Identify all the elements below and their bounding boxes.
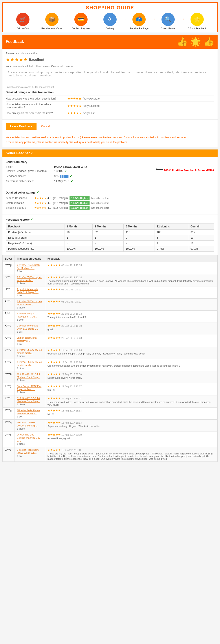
star-rating-row: ★★★★★ Excellent [6, 57, 214, 62]
history-check-icon: ✔ [30, 218, 33, 221]
guide-step-delivery: ✈ Delivery [98, 13, 122, 30]
product-link[interactable]: Four Conner DMX Fire Projector Mach... [17, 385, 41, 390]
check-icon-3: ✔ [70, 180, 73, 183]
since-row: AliExpress Seller Since: 11 May 2015 ✔ [6, 180, 153, 183]
product-link[interactable]: Dj Machine Co2 Cannon Machine Co2 G... [17, 433, 40, 442]
feedback-star-icon: ⭐ [191, 13, 204, 26]
guide-step-feedback: ⭐ 5 Start Feedback [185, 13, 209, 30]
buyer-cell-transaction: 1 Pcs/lot 3500w dry ice smoke machi... 1… [15, 298, 45, 311]
product-link[interactable]: Co2 Gun DJ CO2 Jet Machine DMX Stag... [17, 373, 40, 378]
fb-comment: top Teil [47, 388, 215, 391]
buyer-cell-name: M***g [3, 262, 15, 274]
history-cell-12m: 4 [154, 241, 188, 246]
buyer-table-row: M***g 10pcs/lot 1 Meter Length 3 Pin Sig… [3, 420, 218, 432]
buyer-cell-transaction: Four Conner DMX Fire Projector Mach... 1… [15, 383, 45, 396]
detailed-ratings-title: Detailed ratings on this transaction [6, 90, 214, 94]
lot-text: 1 piece [17, 403, 25, 406]
product-link[interactable]: 1 Pcs/lot 3500w dry ice smoke machi... [17, 300, 42, 306]
satisfaction-line1: Your satisfaction and positive feedback … [6, 135, 214, 140]
fb-stars: ★★★★★ [47, 409, 61, 412]
comm-badge: 16.67% Higher [69, 201, 90, 205]
fb-stars: ★★★★★ [47, 397, 61, 400]
thumbs-up-icon: 👍 [177, 36, 188, 47]
feedback-history: Feedback History ✔ Feedback 1 Month 3 Mo… [2, 214, 218, 255]
buyer-cell-name: Y***y [3, 359, 15, 371]
fb-comment: These are my the most heavy 5 stars whic… [47, 452, 215, 460]
check-icon: ✔ [64, 169, 67, 173]
product-link[interactable]: 2 pcs/lot Wholesale DMX 512 Stage C... [17, 288, 38, 294]
buyer-cell-transaction: 2kg/lot colorful star butterfly cli... 1… [15, 335, 45, 347]
guide-step-package: 📫 Receive Package [127, 13, 151, 30]
detailed-seller-title: Detailed seller ratings ✔ [6, 191, 214, 194]
rating-q1: How accurate was the product description… [6, 97, 67, 100]
product-link[interactable]: 2 PCS/lot Digital CO2 Jet Machine C... [17, 264, 40, 270]
buyer-cell-name: K***a [3, 323, 15, 335]
rating-stars-1[interactable]: ★★★★★ [67, 97, 82, 100]
buyer-cell-transaction: 1 Pcs/lot 3500w dry ice smoke machi... 1… [15, 359, 45, 371]
fb-stars: ★★★★★ [47, 421, 61, 424]
buyer-cell-transaction: 2Pcs/Lot DMX Flame Machine Firewor... 1 … [15, 408, 45, 420]
product-link[interactable]: 2 pcs/lot Wholesale DMX 512 Stage C... [17, 324, 38, 330]
leave-feedback-button[interactable]: Leave Feedback [6, 123, 36, 130]
guide-step-order: 📦 Receive Your Order [40, 13, 64, 30]
buyer-cell-feedback: ★★★★★ 05 Oct 2017 20:12 [45, 298, 217, 311]
rating-q2: How satisfied were you with the sellers … [6, 103, 67, 109]
product-link[interactable]: 1 Pcs/lot 3500w dry ice smoke machi... [17, 276, 42, 282]
item-desc-badge: 15.84% Higher [69, 196, 90, 200]
rating-stars[interactable]: ★★★★★ [6, 57, 28, 62]
product-link[interactable]: 2kg/lot colorful star butterfly cli... [17, 336, 37, 342]
comm-count: (116 ratings) [53, 202, 68, 204]
fb-stars-date: ★★★★★ 22 Sep 2017 18:13 [47, 312, 215, 315]
buyer-name: R***i [5, 312, 10, 315]
guide-steps: 🛒 Add to Cart → 📦 Receive Your Order → 💳… [5, 13, 215, 30]
fb-date: 15 Jun 2017 19:16 [61, 449, 81, 451]
history-cell-overall: 97.1% [188, 246, 214, 252]
fb-comment: They got it to me on time!!! I love it!!… [47, 316, 215, 318]
buyer-cell-transaction: 2 pcs/lot Wholesale DMX 512 Stage C... 1… [15, 286, 45, 298]
fb-comment: Super fast delivery. All good. Thanks to… [47, 425, 215, 428]
buyer-cell-feedback: ★★★★★ 29 Aug 2017 06:30 Super fast deliv… [45, 371, 217, 383]
buyer-name: M***g [5, 421, 12, 424]
cancel-button[interactable]: | Cancel [40, 124, 50, 128]
lot-text: 1 piece [17, 355, 25, 357]
shopping-guide-section: SHOPPING GUIDE 🛒 Add to Cart → 📦 Receive… [2, 2, 218, 32]
fb-date: 17 Sep 2017 23:24 [61, 361, 82, 364]
since-label: AliExpress Seller Since: [6, 180, 54, 183]
product-link[interactable]: 10pcs/lot 1 Meter Length 3 Pin Sign... [17, 421, 38, 427]
item-desc-stars: ★★★★★ [34, 196, 46, 200]
buyer-cell-feedback: ★★★★★ 20 Sep 2017 18:19 good [45, 323, 217, 335]
buyer-cell-feedback: ★★★★★ 22 Sep 2017 18:13 They got it to m… [45, 311, 217, 323]
guide-step-cart: 🛒 Add to Cart [11, 13, 35, 30]
seller-rating-row-2: Communication : ★★★★★ 4.9 (116 ratings) … [6, 201, 214, 205]
fb-stars: ★★★★★ [47, 372, 61, 376]
product-link[interactable]: 2 pcs/lot High quality 200W Warm Wh... [17, 448, 39, 454]
history-cell-3m: 100.0% [92, 246, 123, 252]
guide-step-parcel: 🔍 Check Parcel [156, 13, 180, 30]
history-cell-overall: 10 [188, 241, 214, 246]
buyer-table-row: H***g 2 pcs/lot Wholesale DMX 512 Stage … [3, 286, 218, 298]
buyer-name: M***n [5, 372, 12, 376]
char-count: English characters only, 1,000 character… [6, 86, 214, 88]
fb-comment: The item arrived today. I was surprised … [47, 401, 215, 406]
comment-textarea[interactable]: Please share your shopping experience re… [6, 69, 214, 84]
rating-label-3: Very Fast [83, 112, 95, 115]
history-table-row: Positive feedback rate 100.0% 100.0% 100… [6, 246, 214, 252]
history-cell-label: Neutral (3 Stars) [6, 235, 64, 241]
lot-text: 1 Lot [17, 330, 22, 333]
product-link[interactable]: 1 Pcs/lot 3500w dry ice smoke machi... [17, 348, 42, 354]
history-cell-6m: 2 [123, 235, 154, 241]
arrow-6: → [181, 17, 185, 21]
buyer-name: Y***y [5, 360, 11, 364]
rating-stars-2[interactable]: ★★★★★ [67, 104, 82, 108]
product-link[interactable]: Co2 Gun DJ CO2 Jet Machine DMX Stag... [17, 397, 40, 403]
product-link[interactable]: 6 Meters Long Co2 Hose jet for CO2... [17, 312, 38, 318]
buyer-cell-transaction: 1 Pcs/lot 3500w dry ice smoke machi... 1… [15, 347, 45, 359]
history-cell-label: Positive (4-5 Stars) [6, 230, 64, 235]
buyer-cell-transaction: 1 Pcs/lot 3500w dry ice smoke machi... 1… [15, 274, 45, 286]
product-link[interactable]: 2Pcs/Lot DMX Flame Machine Firewor... [17, 409, 40, 415]
since-date: 11 May 2015 [54, 180, 69, 183]
product-link[interactable]: 1 Pcs/lot 3500w dry ice smoke machi... [17, 361, 42, 366]
cart-label: Add to Cart [17, 27, 29, 30]
rating-stars-3[interactable]: ★★★★★ [67, 112, 82, 115]
seller-summary-title: Seller Summary [6, 160, 214, 164]
